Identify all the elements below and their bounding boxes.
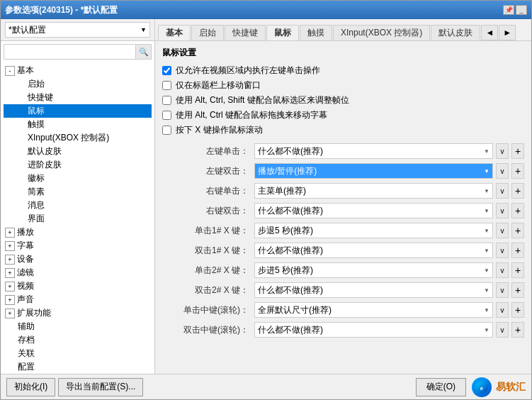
tree-item-extensions[interactable]: + 扩展功能 — [4, 306, 152, 320]
tree-expander-filter[interactable]: + — [5, 268, 15, 278]
config-dropdown-arrow: ▼ — [140, 26, 147, 33]
tab-xinput[interactable]: XInput(XBOX 控制器) — [333, 25, 430, 40]
sidebar: 🔍 - 基本 启始 快捷键 鼠标 触摸 XInput(XBOX 控制器) 默认皮… — [1, 41, 155, 374]
plus-btn-4[interactable]: + — [511, 223, 524, 238]
select-v-btn-4[interactable]: v — [496, 223, 509, 238]
tree-leaf-start[interactable]: 启始 — [4, 77, 152, 91]
mouse-select-2[interactable]: 主菜单(推荐) ▼ — [254, 183, 493, 199]
tree-leaf-xinput[interactable]: XInput(XBOX 控制器) — [4, 131, 152, 145]
tree-leaf-association[interactable]: 关联 — [4, 347, 152, 360]
confirm-button[interactable]: 确定(O) — [416, 378, 466, 396]
tab-scroll-right[interactable]: ► — [499, 25, 516, 40]
select-v-btn-2[interactable]: v — [496, 183, 509, 199]
mouse-select-wrap-2: 主菜单(推荐) ▼ v + — [254, 183, 524, 199]
tree-expander-extensions[interactable]: + — [5, 309, 15, 318]
tree-expander-subtitle[interactable]: + — [5, 241, 15, 251]
select-v-btn-7[interactable]: v — [496, 282, 509, 298]
tree-leaf-message[interactable]: 消息 — [4, 199, 152, 212]
tree-label-subtitle: 字幕 — [17, 240, 34, 252]
tree-item-basic[interactable]: - 基本 — [4, 64, 152, 77]
mouse-label-5: 双击1# X 键： — [162, 245, 254, 257]
mouse-select-3[interactable]: 什么都不做(推荐) ▼ — [254, 203, 493, 218]
select-v-btn-9[interactable]: v — [496, 322, 509, 338]
tree-item-video[interactable]: + 视频 — [4, 279, 152, 293]
tree-leaf-mouse[interactable]: 鼠标 — [4, 104, 152, 118]
tree-item-playback[interactable]: + 播放 — [4, 226, 152, 239]
plus-btn-8[interactable]: + — [511, 302, 524, 318]
checkbox-label-4[interactable]: 使用 Alt, Ctrl 键配合鼠标拖拽来移动字幕 — [176, 109, 327, 121]
tree-label-device: 设备 — [17, 253, 34, 265]
checkbox-5[interactable] — [162, 126, 171, 135]
tree-expander-video[interactable]: + — [5, 282, 15, 291]
checkbox-label-2[interactable]: 仅在标题栏上移动窗口 — [176, 79, 261, 91]
plus-btn-2[interactable]: + — [511, 183, 524, 199]
mouse-row-2: 右键单击： 主菜单(推荐) ▼ v + — [162, 183, 524, 199]
plus-btn-3[interactable]: + — [511, 203, 524, 218]
pin-button[interactable]: 📌 — [503, 5, 514, 15]
tab-skin[interactable]: 默认皮肤 — [431, 25, 480, 40]
tab-scroll-left[interactable]: ◄ — [481, 25, 498, 40]
config-selector[interactable]: *默认配置 ▼ — [5, 22, 150, 38]
plus-btn-1[interactable]: + — [511, 163, 524, 179]
tree-leaf-simple[interactable]: 简素 — [4, 185, 152, 199]
tree-expander-playback[interactable]: + — [5, 228, 15, 238]
mouse-select-7[interactable]: 什么都不做(推荐) ▼ — [254, 282, 493, 298]
mouse-select-5[interactable]: 什么都不做(推荐) ▼ — [254, 243, 493, 258]
plus-btn-7[interactable]: + — [511, 282, 524, 298]
checkbox-2[interactable] — [162, 81, 171, 90]
mouse-label-2: 右键单击： — [162, 185, 254, 197]
plus-btn-9[interactable]: + — [511, 322, 524, 338]
checkbox-row-3: 使用 Alt, Ctrl, Shift 键配合鼠标选区来调整帧位 — [162, 94, 524, 106]
mouse-select-4[interactable]: 步退5 秒(推荐) ▼ — [254, 223, 493, 238]
select-v-btn-1[interactable]: v — [496, 163, 509, 179]
export-button[interactable]: 导出当前配置(S)... — [58, 378, 143, 396]
checkbox-1[interactable] — [162, 66, 171, 75]
tree-leaf-archive[interactable]: 存档 — [4, 333, 152, 347]
tab-start[interactable]: 启始 — [191, 25, 224, 40]
checkbox-row-5: 按下 X 键操作鼠标滚动 — [162, 124, 524, 136]
tab-basic[interactable]: 基本 — [158, 25, 191, 40]
checkbox-label-3[interactable]: 使用 Alt, Ctrl, Shift 键配合鼠标选区来调整帧位 — [176, 94, 349, 106]
tree-leaf-touch[interactable]: 触摸 — [4, 118, 152, 131]
mouse-select-1[interactable]: 播放/暂停(推荐) ▼ — [254, 163, 493, 179]
search-icon[interactable]: 🔍 — [135, 45, 151, 59]
tab-mouse[interactable]: 鼠标 — [266, 25, 299, 40]
init-button[interactable]: 初始化(I) — [6, 378, 55, 396]
tree-item-audio[interactable]: + 声音 — [4, 293, 152, 306]
mouse-select-8[interactable]: 全屏默认尺寸(推荐) ▼ — [254, 302, 493, 318]
tree-leaf-advancedskin[interactable]: 进阶皮肤 — [4, 158, 152, 172]
select-v-btn-3[interactable]: v — [496, 203, 509, 218]
tree-expander-audio[interactable]: + — [5, 295, 15, 305]
tree-expander-device[interactable]: + — [5, 255, 15, 265]
minimize-button[interactable]: _ — [516, 5, 527, 15]
select-v-btn-8[interactable]: v — [496, 302, 509, 318]
mouse-select-9[interactable]: 什么都不做(推荐) ▼ — [254, 322, 493, 338]
plus-btn-6[interactable]: + — [511, 262, 524, 278]
select-v-btn-5[interactable]: v — [496, 243, 509, 258]
tree-leaf-defaultskin[interactable]: 默认皮肤 — [4, 145, 152, 158]
select-v-btn-0[interactable]: v — [496, 143, 509, 159]
search-input[interactable] — [4, 45, 135, 58]
tree-item-device[interactable]: + 设备 — [4, 252, 152, 266]
plus-btn-0[interactable]: + — [511, 143, 524, 159]
tree-expander-basic[interactable]: - — [5, 66, 15, 76]
tree-leaf-assist[interactable]: 辅助 — [4, 320, 152, 333]
tree-leaf-config[interactable]: 配置 — [4, 360, 152, 371]
checkbox-label-5[interactable]: 按下 X 键操作鼠标滚动 — [176, 124, 263, 136]
mouse-select-0[interactable]: 什么都不做(推荐) ▼ — [254, 143, 493, 159]
select-arrow-9: ▼ — [484, 327, 489, 333]
tree-leaf-logo[interactable]: 徽标 — [4, 172, 152, 185]
mouse-select-6[interactable]: 步进5 秒(推荐) ▼ — [254, 262, 493, 278]
tree-item-subtitle[interactable]: + 字幕 — [4, 239, 152, 252]
mouse-select-wrap-4: 步退5 秒(推荐) ▼ v + — [254, 223, 524, 238]
tab-touch[interactable]: 触摸 — [300, 25, 332, 40]
select-v-btn-6[interactable]: v — [496, 262, 509, 278]
checkbox-label-1[interactable]: 仅允许在视频区域内执行左键单击操作 — [176, 65, 320, 77]
checkbox-3[interactable] — [162, 96, 171, 105]
tree-leaf-shortcut[interactable]: 快捷键 — [4, 91, 152, 104]
tree-leaf-ui[interactable]: 界面 — [4, 212, 152, 226]
tab-shortcuts[interactable]: 快捷键 — [225, 25, 266, 40]
checkbox-4[interactable] — [162, 111, 171, 120]
tree-item-filter[interactable]: + 滤镜 — [4, 266, 152, 279]
plus-btn-5[interactable]: + — [511, 243, 524, 258]
